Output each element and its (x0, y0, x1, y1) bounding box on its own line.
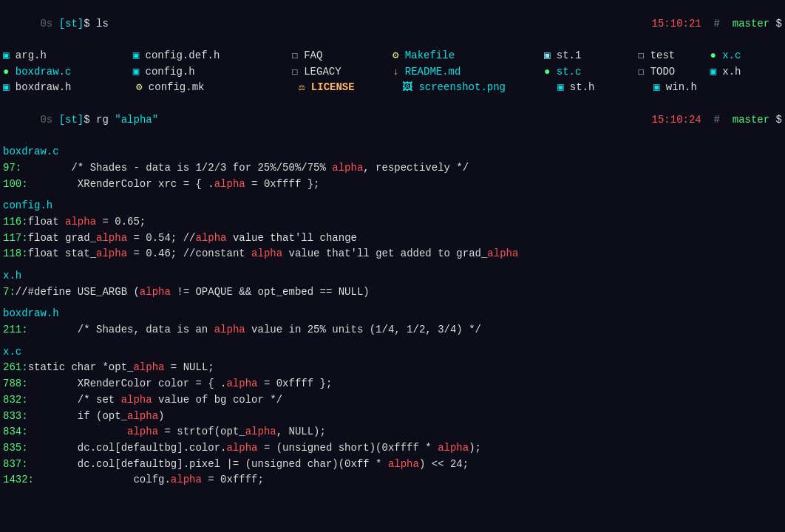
file-name-config-h: config.h (146, 66, 195, 78)
dollar-end-1: $ (769, 18, 782, 30)
prompt-cmd-1: ls (96, 18, 109, 30)
colon-834: : (21, 424, 27, 440)
result-line-1432: 1432: colfg.alpha = 0xffff; (0, 472, 785, 488)
alpha-837: alpha (388, 457, 419, 473)
file-item-sth: ▣ st.h (557, 80, 653, 96)
code-834b: = strtof(opt_ (158, 424, 245, 440)
result-line-117: 117:float grad_alpha = 0.54; //alpha val… (0, 231, 785, 247)
file-name-sth: st.h (570, 81, 595, 93)
result-line-116: 116:float alpha = 0.65; (0, 214, 785, 231)
result-line-100: 100: XRenderColor xrc = { .alpha = 0xfff… (0, 177, 785, 193)
file-item-license: ⚖ LICENSE (299, 80, 402, 96)
gap-2 (0, 262, 785, 268)
linenum-788: 788 (3, 376, 21, 392)
section-filename-boxdraw-h: boxdraw.h (3, 306, 59, 322)
prompt-bracket-2: [st] (59, 114, 84, 126)
file-item-config-def-h: ▣ config.def.h (133, 48, 292, 64)
file-icon-config-h: ▣ (133, 66, 146, 78)
file-item-st1: ▣ st.1 (544, 48, 638, 64)
gap-3 (0, 300, 785, 306)
linenum-116: 116 (3, 214, 21, 231)
section-xc-header: x.c (0, 344, 785, 361)
result-line-835: 835: dc.col[defaultbg].color.alpha = (un… (0, 440, 785, 457)
colon-833: : (21, 409, 27, 425)
alpha-117a: alpha (96, 231, 127, 247)
alpha-100: alpha (214, 177, 245, 193)
file-name-legacy: LEGACY (304, 66, 341, 78)
file-name-config-mk: config.mk (149, 81, 205, 93)
file-item-config-mk: ⚙ config.mk (136, 80, 299, 96)
colon-117: : (21, 231, 27, 247)
code-832: /* set (28, 392, 121, 409)
code-97b: , respectively */ (363, 160, 469, 177)
alpha-832: alpha (121, 392, 152, 409)
linenum-97: 97 (3, 160, 16, 177)
linenum-261: 261 (3, 360, 21, 376)
code-117: float grad_ (28, 231, 96, 247)
code-834c: , NULL); (276, 424, 326, 440)
file-item-stc: ● st.c (544, 64, 638, 81)
time-2: 15:10:24 (652, 114, 701, 126)
file-name-screenshot: screenshot.png (418, 81, 506, 93)
code-832b: value of bg color */ (152, 392, 282, 409)
file-icon-boxdraw-c: ● (3, 66, 16, 78)
file-icon-todo: ☐ (638, 66, 650, 78)
colon-1432: : (28, 472, 34, 488)
code-100: XRenderColor xrc = { . (28, 177, 214, 193)
result-line-97: 97: /* Shades - data is 1/2/3 for 25%/50… (0, 160, 785, 177)
linenum-833: 833 (3, 409, 21, 425)
linenum-837: 837 (3, 457, 21, 473)
file-icon-sth: ▣ (557, 81, 570, 93)
code-837b: ) << 24; (419, 457, 469, 473)
code-261: static char *opt_ (28, 360, 134, 376)
linenum-832: 832 (3, 392, 21, 409)
colon-837: : (21, 457, 27, 473)
section-filename-config-h: config.h (3, 198, 52, 214)
linenum-835: 835 (3, 440, 21, 457)
code-7b: != OPAQUE && opt_embed == NULL) (171, 284, 370, 301)
file-name-stc: st.c (557, 66, 582, 78)
code-788b: = 0xffff }; (257, 376, 332, 392)
result-line-211: 211: /* Shades, data is an alpha value i… (0, 322, 785, 338)
file-name-config-def-h: config.def.h (146, 50, 220, 61)
file-name-test: test (650, 50, 676, 61)
colon-211: : (21, 322, 27, 338)
code-7: //#define USE_ARGB ( (16, 284, 140, 301)
file-item-boxdraw-h: ▣ boxdraw.h (3, 80, 136, 96)
result-line-118: 118:float stat_alpha = 0.46; //constant … (0, 246, 785, 262)
file-icon-winh: ▣ (653, 81, 666, 93)
file-item-winh: ▣ win.h (653, 80, 727, 96)
alpha-1432: alpha (171, 472, 202, 488)
code-116b: = 0.65; (96, 214, 146, 231)
alpha-834a: alpha (127, 424, 158, 440)
file-item-xh: ▣ x.h (710, 64, 782, 81)
section-filename-xh: x.h (3, 268, 21, 284)
colon-835: : (21, 440, 27, 457)
result-line-837: 837: dc.col[defaultbg].pixel |= (unsigne… (0, 457, 785, 473)
file-icon-test: ☐ (638, 50, 650, 61)
branch-1: master (733, 18, 769, 30)
file-item-boxdraw-c: ● boxdraw.c (3, 64, 133, 81)
file-icon-xc: ● (710, 50, 722, 61)
code-117c: value that'll change (227, 231, 357, 247)
file-icon-arg-h: ▣ (3, 50, 16, 61)
colon-261: : (21, 360, 27, 376)
file-item-config-h: ▣ config.h (133, 64, 292, 81)
code-788: XRenderColor color = { . (28, 376, 227, 392)
file-name-todo: TODO (650, 66, 676, 78)
gap-1 (0, 192, 785, 198)
file-item-arg-h: ▣ arg.h (3, 48, 133, 64)
alpha-118b: alpha (251, 246, 282, 262)
alpha-117b: alpha (195, 231, 226, 247)
prompt-time-prefix-1: 0s (40, 18, 58, 30)
linenum-118: 118 (3, 246, 21, 262)
alpha-835b: alpha (438, 440, 469, 457)
file-item-faq: ☐ FAQ (291, 48, 392, 64)
file-item-test: ☐ test (638, 48, 710, 64)
prompt-dollar-1: $ (84, 18, 96, 30)
prompt-cmd-2: rg (96, 114, 115, 126)
prompt-cmd-arg-2: "alpha" (115, 114, 158, 126)
file-icon-faq: ☐ (291, 50, 304, 61)
file-item-xc: ● x.c (710, 48, 782, 64)
alpha-834b: alpha (245, 424, 276, 440)
